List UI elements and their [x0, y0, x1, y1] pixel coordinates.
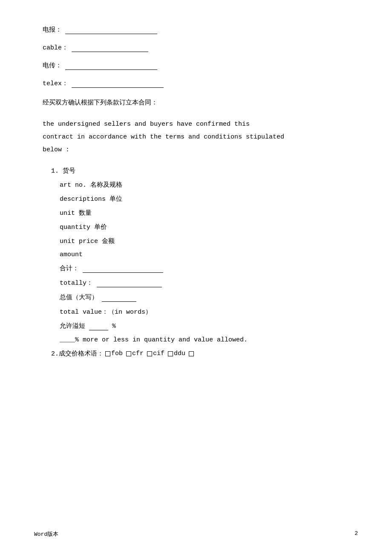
totally-label: totally：: [60, 280, 93, 287]
section1-label: 1. 货号: [51, 168, 75, 175]
telex-underline: [72, 80, 164, 88]
cif-label: cif: [153, 350, 164, 357]
dianbaо-underline: [65, 26, 157, 34]
cfr-label: cfr: [132, 350, 144, 357]
fob-checkbox-group: fob: [105, 350, 123, 357]
cif-checkbox-group: cif: [147, 350, 164, 357]
dianzhuan-underline: [65, 62, 157, 70]
trailing-checkbox: [189, 351, 194, 356]
yunxu-pct: %: [112, 323, 116, 330]
fob-checkbox: [105, 351, 110, 356]
intro-line2: contract in accordance with the terms an…: [43, 131, 358, 144]
totally-underline: [97, 280, 162, 287]
moreless-text: ____% more or less in quantity and value…: [60, 336, 248, 344]
section1-number: 1. 货号: [51, 167, 358, 175]
footer-left: Word版本: [34, 530, 58, 538]
unit-row: unit 数量: [60, 209, 358, 217]
unitprice-row: unit price 金额: [60, 237, 358, 245]
intro-line3: below :: [43, 144, 358, 156]
heji-row: 合计：: [60, 264, 358, 273]
unit-label: unit 数量: [60, 210, 92, 217]
descriptions-label: descriptions 单位: [60, 196, 122, 203]
amount-row: amount: [60, 251, 358, 258]
confirm-cn-block: 经买双方确认根据下列条款订立本合同：: [43, 97, 358, 109]
ddu-checkbox-group: ddu: [168, 350, 185, 357]
heji-underline: [83, 265, 163, 273]
cable-underline: [72, 44, 148, 52]
zongzhi-label: 总值（大写）: [60, 294, 98, 301]
cfr-checkbox: [126, 351, 131, 356]
telex-field-row: telex：: [43, 79, 358, 88]
confirm-cn-text: 经买双方确认根据下列条款订立本合同：: [43, 99, 158, 107]
unitprice-label: unit price 金额: [60, 238, 115, 245]
cable-label: cable：: [43, 43, 68, 52]
artno-row: art no. 名称及规格: [60, 181, 358, 189]
artno-label: art no. 名称及规格: [60, 182, 122, 189]
dianzhuan-field-row: 电传：: [43, 61, 358, 70]
cable-field-row: cable：: [43, 43, 358, 52]
fob-label: fob: [111, 350, 123, 357]
moreless-row: ____% more or less in quantity and value…: [60, 336, 358, 344]
yunxu-label: 允许溢短: [60, 323, 85, 330]
ddu-label: ddu: [174, 350, 185, 357]
intro-line1: the undersigned sellers and buyers have …: [43, 118, 358, 131]
heji-label: 合计：: [60, 265, 79, 272]
yunxu-row: 允许溢短 %: [60, 322, 358, 330]
dianbaо-label: 电报：: [43, 26, 62, 34]
ddu-checkbox: [168, 351, 173, 356]
totally-row: totally：: [60, 279, 358, 287]
section2-row: 2.成交价格术语： fob cfr cif ddu: [51, 350, 358, 358]
descriptions-row: descriptions 单位: [60, 195, 358, 203]
totalvalue-row: total value：（in words）: [60, 308, 358, 316]
page: 电报： cable： 电传： telex： 经买双方确认根据下列: [0, 0, 392, 555]
dianbaо-field-row: 电报：: [43, 26, 358, 34]
quantity-row: quantity 单价: [60, 223, 358, 231]
intro-text-block: the undersigned sellers and buyers have …: [43, 118, 358, 156]
section2-label: 2.成交价格术语：: [51, 350, 104, 358]
telex-label: telex：: [43, 79, 68, 87]
yunxu-underline: [89, 323, 108, 330]
totalvalue-label: total value：（in words）: [60, 309, 152, 316]
dianzhuan-label: 电传：: [43, 61, 62, 69]
footer-right: 2: [355, 530, 358, 538]
cfr-checkbox-group: cfr: [126, 350, 144, 357]
amount-label: amount: [60, 251, 83, 258]
zongzhi-row: 总值（大写）: [60, 293, 358, 302]
quantity-label: quantity 单价: [60, 224, 107, 231]
footer: Word版本 2: [0, 530, 392, 538]
cif-checkbox: [147, 351, 152, 356]
zongzhi-underline: [102, 294, 136, 302]
